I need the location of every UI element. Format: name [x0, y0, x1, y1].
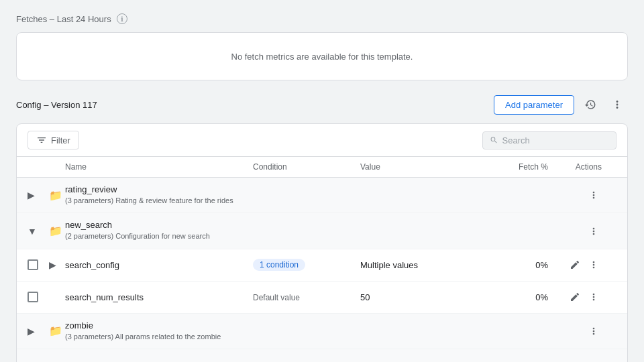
- table-row: search_num_results Default value 50 0%: [17, 282, 627, 314]
- expand-cell[interactable]: ▼: [28, 226, 49, 237]
- value-cell: Multiple values: [360, 260, 494, 270]
- folder-icon: 📁: [49, 225, 65, 237]
- condition-cell: Default value: [253, 292, 360, 302]
- search-icon: [490, 135, 498, 145]
- row-desc: (2 parameters) Configuration for new sea…: [65, 231, 253, 241]
- history-icon: [584, 99, 596, 111]
- checkbox-cell: [28, 292, 49, 302]
- actions-cell: [548, 289, 602, 305]
- more-vert-icon: [588, 226, 599, 237]
- fetch-metrics-empty: No fetch metrics are available for this …: [16, 32, 628, 80]
- more-vert-icon: [588, 259, 599, 270]
- filter-label: Filter: [51, 135, 70, 145]
- actions-cell: [548, 323, 602, 339]
- condition-badge: 1 condition: [253, 259, 305, 271]
- config-header: Config – Version 117 Add parameter: [16, 94, 628, 115]
- row-checkbox[interactable]: [28, 292, 38, 302]
- more-options-button[interactable]: [606, 94, 628, 115]
- header-fetch-pct: Fetch %: [494, 162, 548, 172]
- name-cell: search_config: [65, 260, 253, 270]
- table-toolbar: Filter: [17, 124, 627, 157]
- filter-icon: [36, 135, 47, 145]
- more-vert-icon: [611, 99, 623, 111]
- table-header-row: Name Condition Value Fetch % Actions: [17, 157, 627, 178]
- fetch-pct-cell: 0%: [494, 260, 548, 270]
- edit-icon: [570, 292, 580, 302]
- row-more-button[interactable]: [586, 223, 602, 239]
- fetches-info-icon[interactable]: ℹ: [117, 13, 127, 24]
- search-box: [482, 131, 616, 149]
- header-actions: Actions: [548, 162, 602, 172]
- header-name: Name: [65, 162, 253, 172]
- row-name: search_num_results: [65, 292, 253, 302]
- checkbox-cell: [28, 259, 49, 270]
- parameters-table: Filter Name Condition Value Fetch % Acti…: [16, 123, 628, 362]
- row-name: zombie: [65, 320, 253, 330]
- value-cell: 50: [360, 292, 494, 302]
- table-row: ▶ 📁 rating_review (3 parameters) Rating …: [17, 178, 627, 213]
- config-title: Config – Version 117: [16, 100, 97, 110]
- name-cell: new_search (2 parameters) Configuration …: [65, 220, 253, 241]
- row-name: new_search: [65, 220, 253, 230]
- filter-button[interactable]: Filter: [28, 131, 79, 149]
- folder-icon: 📁: [49, 324, 65, 337]
- expand-cell[interactable]: ▶: [28, 190, 49, 200]
- row-more-button[interactable]: [586, 187, 602, 203]
- actions-cell: [548, 187, 602, 203]
- more-vert-icon: [588, 326, 599, 337]
- header-condition: Condition: [253, 162, 360, 172]
- fetches-title-text: Fetches – Last 24 Hours: [16, 14, 111, 24]
- row-name: rating_review: [65, 184, 253, 194]
- more-vert-icon: [588, 292, 599, 302]
- name-cell: rating_review (3 parameters) Rating & re…: [65, 184, 253, 206]
- folder-icon: 📁: [49, 189, 65, 202]
- table-row: ▶ search_config 1 condition Multiple val…: [17, 249, 627, 282]
- config-actions: Add parameter: [494, 94, 628, 115]
- row-desc: (3 parameters) Rating & review feature f…: [65, 196, 253, 206]
- chevron-down-icon[interactable]: ▼: [28, 226, 37, 237]
- edit-button[interactable]: [567, 257, 583, 273]
- row-name: search_config: [65, 260, 253, 270]
- add-parameter-button[interactable]: Add parameter: [494, 95, 574, 115]
- history-icon-button[interactable]: [580, 94, 601, 115]
- search-input[interactable]: [502, 135, 609, 145]
- table-row: ▶ 📁 zombie (3 parameters) All params rel…: [17, 314, 627, 349]
- more-vert-icon: [588, 190, 599, 200]
- chevron-right-icon[interactable]: ▶: [49, 259, 56, 270]
- chevron-right-icon[interactable]: ▶: [28, 190, 35, 200]
- actions-cell: [548, 223, 602, 239]
- row-checkbox[interactable]: [28, 259, 38, 270]
- edit-icon: [570, 259, 580, 270]
- expand-cell[interactable]: ▶: [49, 259, 65, 270]
- expand-cell[interactable]: ▶: [28, 326, 49, 337]
- fetch-pct-cell: 0%: [494, 292, 548, 302]
- row-more-button[interactable]: [586, 257, 602, 273]
- edit-button[interactable]: [567, 289, 583, 305]
- fetch-empty-message: No fetch metrics are available for this …: [231, 52, 413, 62]
- default-value-label: Default value: [253, 293, 300, 302]
- row-more-button[interactable]: [586, 289, 602, 305]
- row-more-button[interactable]: [586, 323, 602, 339]
- table-row: ▶ new_login: [17, 349, 627, 362]
- header-value: Value: [360, 162, 494, 172]
- name-cell: zombie (3 parameters) All params related…: [65, 320, 253, 342]
- actions-cell: [548, 257, 602, 273]
- condition-cell: 1 condition: [253, 259, 360, 271]
- fetches-section-title: Fetches – Last 24 Hours ℹ: [16, 13, 628, 24]
- table-row: ▼ 📁 new_search (2 parameters) Configurat…: [17, 213, 627, 249]
- row-desc: (3 parameters) All params related to the…: [65, 332, 253, 342]
- chevron-right-icon[interactable]: ▶: [28, 326, 35, 337]
- name-cell: search_num_results: [65, 292, 253, 302]
